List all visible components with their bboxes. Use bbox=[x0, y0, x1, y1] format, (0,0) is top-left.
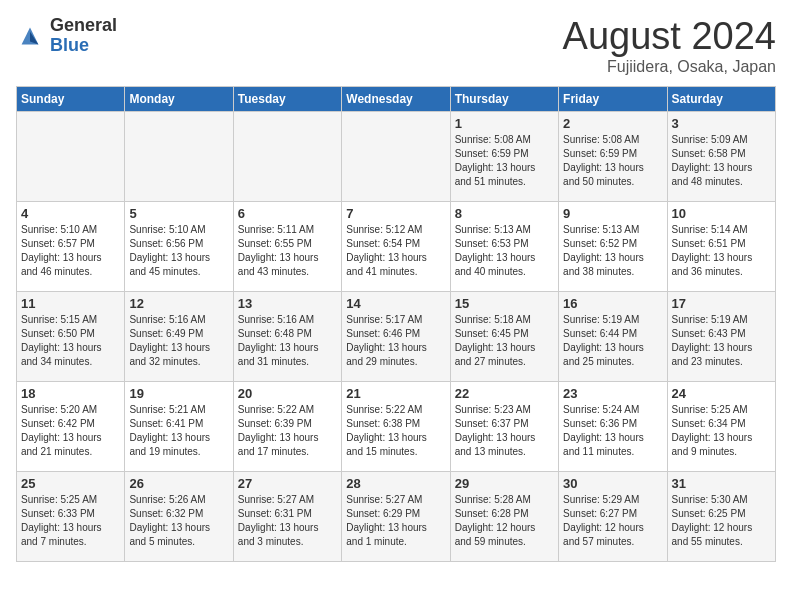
logo-text: General Blue bbox=[50, 16, 117, 56]
calendar-cell: 18Sunrise: 5:20 AM Sunset: 6:42 PM Dayli… bbox=[17, 381, 125, 471]
calendar-cell: 8Sunrise: 5:13 AM Sunset: 6:53 PM Daylig… bbox=[450, 201, 558, 291]
calendar-cell bbox=[342, 111, 450, 201]
day-number: 5 bbox=[129, 206, 228, 221]
calendar-cell: 7Sunrise: 5:12 AM Sunset: 6:54 PM Daylig… bbox=[342, 201, 450, 291]
calendar-cell: 9Sunrise: 5:13 AM Sunset: 6:52 PM Daylig… bbox=[559, 201, 667, 291]
day-detail: Sunrise: 5:19 AM Sunset: 6:43 PM Dayligh… bbox=[672, 313, 771, 369]
day-number: 11 bbox=[21, 296, 120, 311]
day-number: 14 bbox=[346, 296, 445, 311]
calendar-table: SundayMondayTuesdayWednesdayThursdayFrid… bbox=[16, 86, 776, 562]
day-number: 30 bbox=[563, 476, 662, 491]
calendar-cell: 11Sunrise: 5:15 AM Sunset: 6:50 PM Dayli… bbox=[17, 291, 125, 381]
day-number: 27 bbox=[238, 476, 337, 491]
day-number: 28 bbox=[346, 476, 445, 491]
day-detail: Sunrise: 5:18 AM Sunset: 6:45 PM Dayligh… bbox=[455, 313, 554, 369]
calendar-cell: 20Sunrise: 5:22 AM Sunset: 6:39 PM Dayli… bbox=[233, 381, 341, 471]
calendar-cell: 1Sunrise: 5:08 AM Sunset: 6:59 PM Daylig… bbox=[450, 111, 558, 201]
calendar-cell: 29Sunrise: 5:28 AM Sunset: 6:28 PM Dayli… bbox=[450, 471, 558, 561]
day-number: 17 bbox=[672, 296, 771, 311]
day-detail: Sunrise: 5:21 AM Sunset: 6:41 PM Dayligh… bbox=[129, 403, 228, 459]
day-detail: Sunrise: 5:28 AM Sunset: 6:28 PM Dayligh… bbox=[455, 493, 554, 549]
location-subtitle: Fujiidera, Osaka, Japan bbox=[563, 58, 776, 76]
day-detail: Sunrise: 5:25 AM Sunset: 6:33 PM Dayligh… bbox=[21, 493, 120, 549]
day-detail: Sunrise: 5:16 AM Sunset: 6:48 PM Dayligh… bbox=[238, 313, 337, 369]
calendar-cell: 26Sunrise: 5:26 AM Sunset: 6:32 PM Dayli… bbox=[125, 471, 233, 561]
calendar-cell: 31Sunrise: 5:30 AM Sunset: 6:25 PM Dayli… bbox=[667, 471, 775, 561]
day-number: 3 bbox=[672, 116, 771, 131]
day-detail: Sunrise: 5:08 AM Sunset: 6:59 PM Dayligh… bbox=[563, 133, 662, 189]
calendar-cell: 6Sunrise: 5:11 AM Sunset: 6:55 PM Daylig… bbox=[233, 201, 341, 291]
day-number: 1 bbox=[455, 116, 554, 131]
col-header-monday: Monday bbox=[125, 86, 233, 111]
day-number: 18 bbox=[21, 386, 120, 401]
title-block: August 2024 Fujiidera, Osaka, Japan bbox=[563, 16, 776, 76]
day-number: 9 bbox=[563, 206, 662, 221]
day-detail: Sunrise: 5:17 AM Sunset: 6:46 PM Dayligh… bbox=[346, 313, 445, 369]
calendar-cell bbox=[125, 111, 233, 201]
day-detail: Sunrise: 5:10 AM Sunset: 6:56 PM Dayligh… bbox=[129, 223, 228, 279]
calendar-cell: 17Sunrise: 5:19 AM Sunset: 6:43 PM Dayli… bbox=[667, 291, 775, 381]
day-number: 15 bbox=[455, 296, 554, 311]
day-detail: Sunrise: 5:26 AM Sunset: 6:32 PM Dayligh… bbox=[129, 493, 228, 549]
calendar-cell: 4Sunrise: 5:10 AM Sunset: 6:57 PM Daylig… bbox=[17, 201, 125, 291]
day-detail: Sunrise: 5:29 AM Sunset: 6:27 PM Dayligh… bbox=[563, 493, 662, 549]
calendar-cell: 5Sunrise: 5:10 AM Sunset: 6:56 PM Daylig… bbox=[125, 201, 233, 291]
logo-blue: Blue bbox=[50, 36, 117, 56]
logo: General Blue bbox=[16, 16, 117, 56]
col-header-friday: Friday bbox=[559, 86, 667, 111]
calendar-cell: 10Sunrise: 5:14 AM Sunset: 6:51 PM Dayli… bbox=[667, 201, 775, 291]
day-detail: Sunrise: 5:15 AM Sunset: 6:50 PM Dayligh… bbox=[21, 313, 120, 369]
col-header-wednesday: Wednesday bbox=[342, 86, 450, 111]
day-number: 25 bbox=[21, 476, 120, 491]
day-detail: Sunrise: 5:19 AM Sunset: 6:44 PM Dayligh… bbox=[563, 313, 662, 369]
day-number: 29 bbox=[455, 476, 554, 491]
calendar-cell bbox=[17, 111, 125, 201]
calendar-cell: 15Sunrise: 5:18 AM Sunset: 6:45 PM Dayli… bbox=[450, 291, 558, 381]
calendar-cell: 27Sunrise: 5:27 AM Sunset: 6:31 PM Dayli… bbox=[233, 471, 341, 561]
day-number: 20 bbox=[238, 386, 337, 401]
day-detail: Sunrise: 5:09 AM Sunset: 6:58 PM Dayligh… bbox=[672, 133, 771, 189]
day-number: 7 bbox=[346, 206, 445, 221]
day-detail: Sunrise: 5:11 AM Sunset: 6:55 PM Dayligh… bbox=[238, 223, 337, 279]
logo-icon bbox=[16, 22, 44, 50]
calendar-cell: 28Sunrise: 5:27 AM Sunset: 6:29 PM Dayli… bbox=[342, 471, 450, 561]
day-number: 2 bbox=[563, 116, 662, 131]
day-number: 31 bbox=[672, 476, 771, 491]
col-header-thursday: Thursday bbox=[450, 86, 558, 111]
day-detail: Sunrise: 5:25 AM Sunset: 6:34 PM Dayligh… bbox=[672, 403, 771, 459]
calendar-cell: 30Sunrise: 5:29 AM Sunset: 6:27 PM Dayli… bbox=[559, 471, 667, 561]
day-number: 23 bbox=[563, 386, 662, 401]
day-detail: Sunrise: 5:13 AM Sunset: 6:53 PM Dayligh… bbox=[455, 223, 554, 279]
day-number: 22 bbox=[455, 386, 554, 401]
calendar-cell: 14Sunrise: 5:17 AM Sunset: 6:46 PM Dayli… bbox=[342, 291, 450, 381]
page-header: General Blue August 2024 Fujiidera, Osak… bbox=[16, 16, 776, 76]
calendar-cell: 24Sunrise: 5:25 AM Sunset: 6:34 PM Dayli… bbox=[667, 381, 775, 471]
day-detail: Sunrise: 5:27 AM Sunset: 6:29 PM Dayligh… bbox=[346, 493, 445, 549]
day-detail: Sunrise: 5:22 AM Sunset: 6:39 PM Dayligh… bbox=[238, 403, 337, 459]
day-detail: Sunrise: 5:27 AM Sunset: 6:31 PM Dayligh… bbox=[238, 493, 337, 549]
calendar-week-row: 11Sunrise: 5:15 AM Sunset: 6:50 PM Dayli… bbox=[17, 291, 776, 381]
calendar-cell: 13Sunrise: 5:16 AM Sunset: 6:48 PM Dayli… bbox=[233, 291, 341, 381]
day-detail: Sunrise: 5:20 AM Sunset: 6:42 PM Dayligh… bbox=[21, 403, 120, 459]
calendar-week-row: 4Sunrise: 5:10 AM Sunset: 6:57 PM Daylig… bbox=[17, 201, 776, 291]
day-detail: Sunrise: 5:23 AM Sunset: 6:37 PM Dayligh… bbox=[455, 403, 554, 459]
calendar-cell: 25Sunrise: 5:25 AM Sunset: 6:33 PM Dayli… bbox=[17, 471, 125, 561]
day-number: 6 bbox=[238, 206, 337, 221]
calendar-cell: 3Sunrise: 5:09 AM Sunset: 6:58 PM Daylig… bbox=[667, 111, 775, 201]
day-number: 24 bbox=[672, 386, 771, 401]
calendar-cell: 23Sunrise: 5:24 AM Sunset: 6:36 PM Dayli… bbox=[559, 381, 667, 471]
calendar-week-row: 18Sunrise: 5:20 AM Sunset: 6:42 PM Dayli… bbox=[17, 381, 776, 471]
col-header-sunday: Sunday bbox=[17, 86, 125, 111]
day-detail: Sunrise: 5:30 AM Sunset: 6:25 PM Dayligh… bbox=[672, 493, 771, 549]
col-header-saturday: Saturday bbox=[667, 86, 775, 111]
day-number: 4 bbox=[21, 206, 120, 221]
day-number: 21 bbox=[346, 386, 445, 401]
calendar-cell: 16Sunrise: 5:19 AM Sunset: 6:44 PM Dayli… bbox=[559, 291, 667, 381]
logo-general: General bbox=[50, 16, 117, 36]
calendar-cell: 21Sunrise: 5:22 AM Sunset: 6:38 PM Dayli… bbox=[342, 381, 450, 471]
col-header-tuesday: Tuesday bbox=[233, 86, 341, 111]
day-detail: Sunrise: 5:08 AM Sunset: 6:59 PM Dayligh… bbox=[455, 133, 554, 189]
day-detail: Sunrise: 5:16 AM Sunset: 6:49 PM Dayligh… bbox=[129, 313, 228, 369]
day-number: 13 bbox=[238, 296, 337, 311]
calendar-cell: 2Sunrise: 5:08 AM Sunset: 6:59 PM Daylig… bbox=[559, 111, 667, 201]
